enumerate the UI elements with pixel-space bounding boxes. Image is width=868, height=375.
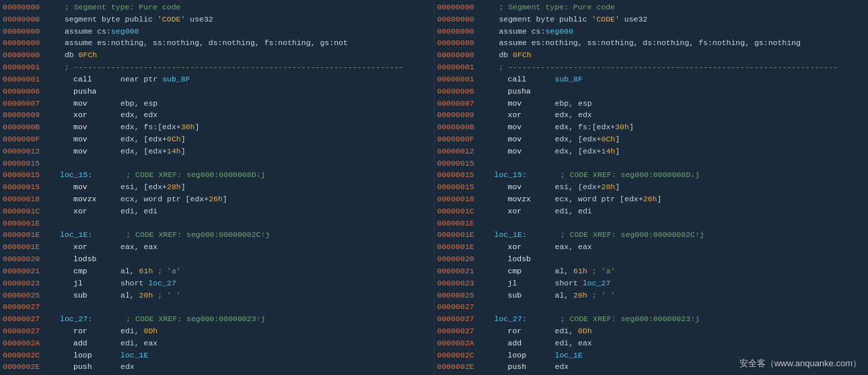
address: 00000027	[437, 313, 495, 325]
address: 00000027	[437, 325, 495, 337]
operand: edx, edx	[120, 109, 157, 121]
code-line: 0000001E loc_1E: ; CODE XREF: seg000:000…	[437, 229, 866, 241]
mnemonic: call	[73, 73, 120, 86]
separator: ; --------------------------------------…	[60, 61, 404, 73]
code-line: 00000021 cmp al, 61h ; 'a'	[3, 265, 431, 277]
address: 00000000	[437, 49, 495, 61]
code-line: 00000015 loc_15: ; CODE XREF: seg000:000…	[437, 169, 866, 181]
address: 0000001E	[437, 241, 495, 253]
code-line: 00000006 pusha	[3, 86, 431, 98]
operand: eax, eax	[120, 241, 157, 253]
xref-comment: ; CODE XREF: seg000:0000008D↓j	[126, 169, 265, 181]
address: 0000001C	[3, 205, 60, 217]
code-line: 0000001E	[3, 217, 431, 230]
code-line: 00000018 movzx ecx, word ptr [edx+26h]	[3, 193, 431, 205]
xref-comment: ; CODE XREF: seg000:00000023↑j	[560, 313, 700, 325]
mnemonic: sub	[508, 289, 555, 302]
comment-text: ; Segment type: Pure code	[60, 1, 180, 13]
operand: edi, edi	[555, 205, 592, 217]
address: 0000001E	[3, 241, 60, 253]
code-line: 0000001C xor edi, edi	[437, 205, 866, 217]
address: 0000002C	[437, 349, 495, 362]
mnemonic: xor	[508, 205, 555, 217]
directive: db	[495, 49, 513, 61]
operand: edi, 0Dh	[555, 325, 592, 337]
mnemonic: mov	[508, 121, 555, 133]
address: 00000025	[437, 289, 495, 302]
address: 00000000	[3, 37, 60, 49]
address: 00000007	[3, 98, 60, 110]
address: 0000000F	[3, 133, 60, 145]
code-line: 00000025 sub al, 20h ; ' '	[437, 289, 866, 302]
xref-comment: ; CODE XREF: seg000:00000002C↑j	[560, 229, 704, 241]
code-string: 'CODE'	[157, 13, 185, 26]
operand: ebp, esp	[120, 98, 157, 110]
address: 00000012	[437, 145, 495, 158]
address: 00000000	[437, 13, 495, 26]
mnemonic: mov	[508, 133, 555, 145]
code-line: 0000001E	[437, 217, 866, 230]
address: 0000002A	[3, 337, 60, 349]
address: 00000000	[437, 37, 495, 49]
address: 0000002E	[3, 361, 60, 373]
code-line: 00000009 xor edx, edx	[437, 109, 866, 121]
operand: edx, edx	[555, 109, 592, 121]
address: 00000000	[3, 1, 60, 13]
code-line: 00000000 ; Segment type: Pure code	[437, 1, 866, 13]
address: 00000015	[3, 158, 60, 170]
segment-keyword: use32	[620, 13, 647, 26]
address: 00000015	[437, 181, 495, 193]
address: 00000023	[3, 277, 60, 289]
mnemonic: jl	[73, 277, 120, 289]
operand: edx, [edx+14h]	[555, 145, 620, 158]
left-panel: 00000000 ; Segment type: Pure code 00000…	[0, 0, 435, 375]
mnemonic: cmp	[508, 265, 555, 277]
address: 00000000	[3, 49, 60, 61]
address: 00000000	[437, 1, 495, 13]
code-line: 00000001 call near ptr sub_8F	[3, 73, 431, 86]
code-line: 00000000 ; Segment type: Pure code	[3, 1, 431, 13]
address: 00000015	[3, 169, 60, 181]
mnemonic: xor	[73, 109, 120, 121]
code-line: 00000020 lodsb	[3, 253, 431, 265]
code-line: 0000001C xor edi, edi	[3, 205, 431, 217]
mnemonic: loop	[508, 349, 555, 362]
address: 00000021	[3, 265, 60, 277]
code-line: 00000007 mov ebp, esp	[437, 98, 866, 110]
address: 00000006	[3, 86, 60, 98]
address: 0000001E	[437, 229, 495, 241]
code-line: 00000000 assume es:nothing, ss:nothing, …	[437, 37, 866, 49]
code-line: 00000027 loc_27: ; CODE XREF: seg000:000…	[437, 313, 866, 325]
address: 0000000B	[3, 121, 60, 133]
mnemonic: xor	[508, 241, 555, 253]
code-line: 00000015 mov esi, [edx+28h]	[3, 181, 431, 193]
operand: edx, [edx+0Ch]	[555, 133, 620, 145]
code-line: 00000027 ror edi, 0Dh	[3, 325, 431, 337]
loc-label: loc_27:	[60, 313, 92, 325]
mnemonic: ror	[508, 325, 555, 337]
code-line: 00000000 segment byte public 'CODE' use3…	[3, 13, 431, 26]
loc-label: loc_27:	[495, 313, 527, 325]
code-line: 00000015	[437, 158, 866, 170]
code-line: 00000027 loc_27: ; CODE XREF: seg000:000…	[3, 313, 431, 325]
operand: al, 61h ; 'a'	[555, 265, 616, 277]
address: 00000015	[437, 158, 495, 170]
mnemonic: add	[508, 337, 555, 349]
address: 0000002A	[437, 337, 495, 349]
address: 00000009	[3, 109, 60, 121]
mnemonic: cmp	[73, 265, 120, 277]
right-panel: 00000000 ; Segment type: Pure code 00000…	[435, 0, 869, 375]
operand: short loc_27	[555, 277, 611, 289]
mnemonic: movzx	[508, 193, 555, 205]
seg-ref: seg000	[545, 26, 573, 38]
address: 00000023	[437, 277, 495, 289]
code-line: 00000015	[3, 158, 431, 170]
code-line: 00000009 xor edx, edx	[3, 109, 431, 121]
code-ref: sub_8F	[555, 73, 583, 86]
code-line: 00000020 lodsb	[437, 253, 866, 265]
code-line: 00000000 segment byte public 'CODE' use3…	[437, 13, 866, 26]
code-line: 0000001E xor eax, eax	[3, 241, 431, 253]
num-val: 0FCh	[79, 49, 98, 61]
code-line: 00000007 mov ebp, esp	[3, 98, 431, 110]
comment-text: ; Segment type: Pure code	[495, 1, 615, 13]
